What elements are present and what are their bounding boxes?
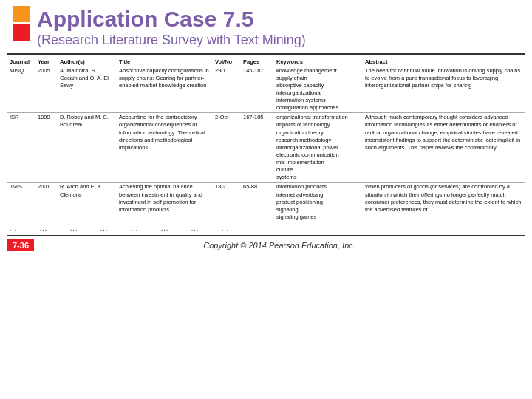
- dot-5: …: [130, 223, 140, 232]
- cell-author: D. Robey and M. C. Boudreau: [58, 113, 117, 183]
- col-header-abstract: Abstract: [363, 58, 525, 66]
- col-header-author: Author(s): [58, 58, 117, 66]
- table-row: MISQ2005A. Malhotra, S. Gosain and O. A.…: [7, 66, 525, 113]
- page-number: 7-36: [7, 239, 34, 251]
- dot-4: …: [100, 223, 109, 232]
- accent-block: [13, 6, 30, 41]
- dot-1: …: [9, 223, 18, 232]
- cell-keywords: knowledge management supply chain absorp…: [274, 66, 363, 113]
- table-row: ISR1999D. Robey and M. C. BoudreauAccoun…: [7, 113, 525, 183]
- footer: 7-36 Copyright © 2014 Pearson Education,…: [0, 237, 532, 253]
- cell-pages: 167-185: [241, 113, 274, 183]
- cell-title: Achieving the optimal balance between in…: [117, 183, 213, 222]
- cell-journal: MISQ: [7, 66, 35, 113]
- accent-square-top: [13, 6, 30, 22]
- cell-abstract: Although much contemporary thought consi…: [363, 113, 525, 183]
- cell-year: 2005: [35, 66, 58, 113]
- title-area: Application Case 7.5 (Research Literatur…: [0, 0, 532, 50]
- cell-author: A. Malhotra, S. Gosain and O. A. El Sawy: [58, 66, 117, 113]
- cell-title: Accounting for the contradictory organiz…: [117, 113, 213, 183]
- col-header-pages: Pages: [241, 58, 274, 66]
- col-header-year: Year: [35, 58, 58, 66]
- dot-8: …: [221, 223, 231, 232]
- cell-author: R. Aron and E. K. Clemons: [58, 183, 117, 222]
- cell-abstract: When producers of goods (or services) ar…: [363, 183, 525, 222]
- col-header-title: Title: [117, 58, 213, 66]
- cell-volno: 18/2: [213, 183, 241, 222]
- cell-pages: 65-88: [241, 183, 274, 222]
- main-title: Application Case 7.5: [37, 6, 519, 33]
- cell-volno: 29/1: [213, 66, 241, 113]
- dot-3: …: [69, 223, 79, 232]
- cell-journal: JMIS: [7, 183, 35, 222]
- cell-volno: 2-Oct: [213, 113, 241, 183]
- cell-year: 2001: [35, 183, 58, 222]
- table-row: JMIS2001R. Aron and E. K. ClemonsAchievi…: [7, 183, 525, 222]
- cell-year: 1999: [35, 113, 58, 183]
- cell-abstract: The need for continual value innovation …: [363, 66, 525, 113]
- dot-6: …: [160, 223, 170, 232]
- col-header-keywords: Keywords: [274, 58, 363, 66]
- sub-title: (Research Literature Survey with Text Mi…: [37, 33, 519, 49]
- dots-row: … … … … … … … …: [0, 222, 532, 233]
- cell-title: Absorptive capacity configurations in su…: [117, 66, 213, 113]
- cell-pages: 145-187: [241, 66, 274, 113]
- dot-7: …: [191, 223, 200, 232]
- copyright-text: Copyright © 2014 Pearson Education, Inc.: [34, 241, 525, 250]
- table-container: Journal Year Author(s) Title Vol/No Page…: [7, 58, 525, 222]
- top-divider: [7, 53, 525, 55]
- col-header-journal: Journal: [7, 58, 35, 66]
- cell-keywords: information products internet advertisin…: [274, 183, 363, 222]
- literature-table: Journal Year Author(s) Title Vol/No Page…: [7, 58, 525, 222]
- dot-2: …: [39, 223, 49, 232]
- cell-keywords: organizational transformation impacts of…: [274, 113, 363, 183]
- col-header-volno: Vol/No: [213, 58, 241, 66]
- accent-square-bottom: [13, 24, 30, 41]
- bottom-divider: [7, 235, 525, 236]
- cell-journal: ISR: [7, 113, 35, 183]
